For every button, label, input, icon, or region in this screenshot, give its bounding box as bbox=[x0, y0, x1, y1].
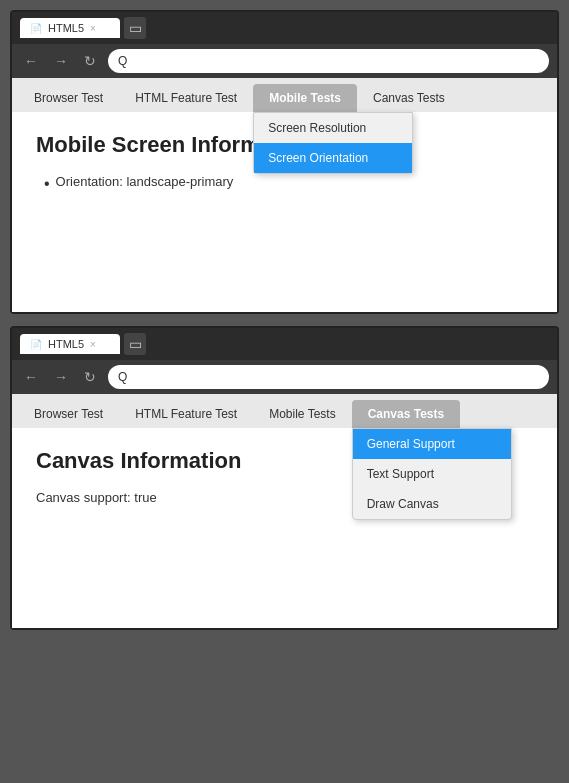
titlebar-2: 📄 HTML5 × ▭ bbox=[12, 328, 557, 360]
dropdown-screen-resolution-1[interactable]: Screen Resolution bbox=[254, 113, 412, 143]
forward-button-2[interactable]: → bbox=[50, 367, 72, 387]
back-button-2[interactable]: ← bbox=[20, 367, 42, 387]
new-tab-button-2[interactable]: ▭ bbox=[124, 333, 146, 355]
tab-label-1: HTML5 bbox=[48, 22, 84, 34]
browser-window-1: 📄 HTML5 × ▭ ← → ↻ Browser Test HTML Feat… bbox=[10, 10, 559, 314]
nav-html-feature-test-1[interactable]: HTML Feature Test bbox=[119, 84, 253, 112]
active-tab-2[interactable]: 📄 HTML5 × bbox=[20, 334, 120, 354]
tab-close-1[interactable]: × bbox=[90, 23, 96, 34]
tab-label-2: HTML5 bbox=[48, 338, 84, 350]
browser-toolbar-1: ← → ↻ bbox=[12, 44, 557, 78]
dropdown-text-support-2[interactable]: Text Support bbox=[353, 459, 511, 489]
page-nav-2: Browser Test HTML Feature Test Mobile Te… bbox=[12, 394, 557, 428]
reload-button-2[interactable]: ↻ bbox=[80, 367, 100, 387]
tab-favicon-1: 📄 bbox=[30, 23, 42, 34]
nav-canvas-tests-2[interactable]: Canvas Tests bbox=[352, 400, 460, 428]
mobile-dropdown-1: Screen Resolution Screen Orientation bbox=[253, 112, 413, 174]
forward-button-1[interactable]: → bbox=[50, 51, 72, 71]
browser-toolbar-2: ← → ↻ bbox=[12, 360, 557, 394]
nav-canvas-tests-container-2: Canvas Tests General Support Text Suppor… bbox=[352, 400, 460, 428]
dropdown-draw-canvas-2[interactable]: Draw Canvas bbox=[353, 489, 511, 519]
nav-mobile-tests-container-1: Mobile Tests Screen Resolution Screen Or… bbox=[253, 84, 357, 112]
tab-bar-1: 📄 HTML5 × ▭ bbox=[20, 17, 146, 39]
active-tab-1[interactable]: 📄 HTML5 × bbox=[20, 18, 120, 38]
titlebar-1: 📄 HTML5 × ▭ bbox=[12, 12, 557, 44]
reload-button-1[interactable]: ↻ bbox=[80, 51, 100, 71]
dropdown-general-support-2[interactable]: General Support bbox=[353, 429, 511, 459]
nav-html-feature-test-2[interactable]: HTML Feature Test bbox=[119, 400, 253, 428]
address-bar-2[interactable] bbox=[108, 365, 549, 389]
nav-browser-test-1[interactable]: Browser Test bbox=[18, 84, 119, 112]
nav-browser-test-2[interactable]: Browser Test bbox=[18, 400, 119, 428]
nav-mobile-tests-1[interactable]: Mobile Tests bbox=[253, 84, 357, 112]
canvas-dropdown-2: General Support Text Support Draw Canvas bbox=[352, 428, 512, 520]
page-nav-1: Browser Test HTML Feature Test Mobile Te… bbox=[12, 78, 557, 112]
nav-canvas-tests-1[interactable]: Canvas Tests bbox=[357, 84, 461, 112]
back-button-1[interactable]: ← bbox=[20, 51, 42, 71]
address-bar-1[interactable] bbox=[108, 49, 549, 73]
tab-bar-2: 📄 HTML5 × ▭ bbox=[20, 333, 146, 355]
browser-window-2: 📄 HTML5 × ▭ ← → ↻ Browser Test HTML Feat… bbox=[10, 326, 559, 630]
tab-close-2[interactable]: × bbox=[90, 339, 96, 350]
tab-favicon-2: 📄 bbox=[30, 339, 42, 350]
dropdown-screen-orientation-1[interactable]: Screen Orientation bbox=[254, 143, 412, 173]
bullet-item-1: Orientation: landscape-primary bbox=[44, 174, 533, 193]
new-tab-button-1[interactable]: ▭ bbox=[124, 17, 146, 39]
nav-mobile-tests-2[interactable]: Mobile Tests bbox=[253, 400, 351, 428]
